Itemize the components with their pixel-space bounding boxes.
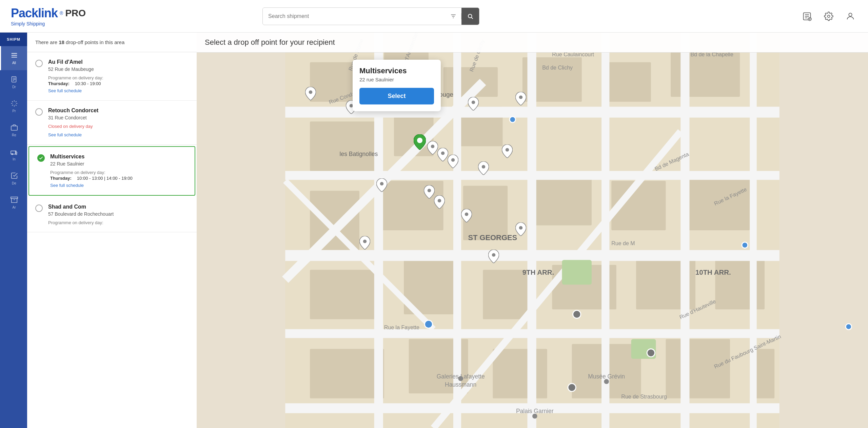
- svg-point-112: [380, 182, 383, 185]
- svg-rect-51: [493, 349, 547, 398]
- radio-multiservices[interactable]: [37, 154, 45, 162]
- radio-shad[interactable]: [35, 205, 43, 212]
- svg-point-103: [309, 90, 312, 94]
- sidebar-item-processing-label: Pr: [13, 109, 16, 113]
- dropoff-item-retouch[interactable]: Retouch Condorcet 31 Rue Condorcet Close…: [27, 101, 197, 145]
- sidebar-item-archived-label: Ar: [13, 206, 16, 209]
- dropoff-hours-au-fil: 10:30 - 19:00: [75, 81, 101, 86]
- user-button[interactable]: [844, 9, 857, 23]
- map-pin-9[interactable]: [502, 144, 513, 159]
- dropoff-name-au-fil: Au Fil d'Amel: [48, 59, 189, 65]
- svg-point-78: [458, 376, 463, 381]
- svg-rect-37: [310, 191, 359, 250]
- svg-point-108: [441, 151, 445, 155]
- dropoff-schedule-label-au-fil: Programme on delivery day:: [48, 75, 189, 80]
- dropoff-address-multiservices: 22 Rue Saulnier: [50, 161, 186, 167]
- popup-name: Multiservices: [359, 66, 434, 75]
- radio-retouch[interactable]: [35, 108, 43, 116]
- svg-point-12: [827, 15, 830, 17]
- svg-point-105: [472, 100, 475, 104]
- sidebar-item-delivered[interactable]: De: [0, 167, 27, 191]
- map-pin-5[interactable]: [427, 141, 438, 156]
- map-pin-12[interactable]: [434, 195, 445, 210]
- svg-text:Musée Grévin: Musée Grévin: [588, 373, 625, 380]
- map-pin-1[interactable]: [305, 87, 316, 102]
- search-bar: [262, 7, 479, 25]
- svg-point-114: [438, 199, 441, 202]
- svg-point-80: [532, 414, 537, 419]
- sidebar-item-drafts[interactable]: Dr: [0, 70, 27, 94]
- svg-point-97: [425, 320, 432, 328]
- dropoff-name-retouch: Retouch Condorcet: [48, 108, 189, 114]
- svg-rect-65: [750, 33, 756, 428]
- dropoff-day-au-fil: Thursday:: [48, 81, 70, 86]
- search-input[interactable]: [263, 13, 446, 19]
- svg-point-118: [492, 253, 495, 256]
- popup-address: 22 rue Saulnier: [359, 77, 434, 82]
- map-pin-6[interactable]: [437, 148, 448, 163]
- sidebar-item-archived[interactable]: Ar: [0, 191, 27, 215]
- svg-text:Rue de M: Rue de M: [611, 240, 635, 246]
- popup-select-button[interactable]: Select: [359, 88, 434, 104]
- see-schedule-multiservices[interactable]: See full schedule: [50, 183, 84, 188]
- map-pin-7[interactable]: [448, 155, 458, 170]
- map-pin-13[interactable]: [461, 209, 472, 224]
- map-pin-8[interactable]: [478, 161, 489, 176]
- svg-point-3: [468, 14, 472, 18]
- sidebar-item-transit[interactable]: In: [0, 142, 27, 167]
- sidebar-item-processing[interactable]: Pr: [0, 94, 27, 118]
- documents-button[interactable]: [800, 9, 814, 23]
- dropoff-day-multiservices: Thursday:: [50, 176, 72, 181]
- svg-rect-45: [483, 270, 532, 319]
- svg-point-106: [519, 95, 522, 99]
- dropoff-schedule-label-shad: Programme on delivery day:: [48, 220, 189, 225]
- dropoff-name-shad: Shad and Com: [48, 204, 189, 210]
- svg-point-100: [647, 349, 655, 357]
- search-filter-button[interactable]: [446, 13, 461, 19]
- svg-rect-21: [11, 126, 17, 130]
- svg-point-96: [742, 242, 748, 248]
- dropoff-suffix: drop-off points in this area: [66, 39, 124, 45]
- dropoff-list-panel: There are 18 drop-off points in this are…: [27, 33, 197, 428]
- see-schedule-au-fil[interactable]: See full schedule: [48, 88, 82, 93]
- map-pin-14[interactable]: [515, 222, 526, 237]
- svg-point-95: [510, 117, 515, 122]
- map-title: Select a drop off point for your recipie…: [205, 38, 335, 46]
- dropoff-item-multiservices[interactable]: Multiservices 22 Rue Saulnier Programme …: [28, 146, 195, 196]
- dropoff-info-multiservices: Multiservices 22 Rue Saulnier Programme …: [50, 154, 186, 188]
- svg-text:Palais Garnier: Palais Garnier: [516, 408, 554, 414]
- svg-point-99: [568, 384, 576, 391]
- map-pin-16[interactable]: [488, 250, 499, 265]
- see-schedule-retouch[interactable]: See full schedule: [48, 132, 82, 137]
- dropoff-schedule-row-multiservices: Thursday: 10:00 - 13:00 | 14:00 - 19:00: [50, 176, 186, 181]
- svg-point-116: [519, 226, 522, 229]
- sidebar-header: SHIPM: [0, 33, 27, 46]
- settings-button[interactable]: [822, 9, 835, 23]
- sidebar-item-all[interactable]: All: [0, 46, 27, 70]
- search-submit-button[interactable]: [461, 7, 479, 25]
- map-pin-selected[interactable]: [414, 134, 426, 151]
- dropoff-item-au-fil[interactable]: Au Fil d'Amel 52 Rue de Maubeuge Program…: [27, 52, 197, 101]
- search-input-wrapper: [262, 7, 479, 25]
- svg-point-110: [482, 165, 485, 168]
- map-pin-3[interactable]: [468, 97, 479, 112]
- svg-rect-66: [562, 260, 591, 285]
- sidebar-item-ready[interactable]: Re: [0, 118, 27, 142]
- dropoff-item-shad[interactable]: Shad and Com 57 Boulevard de Rochechouar…: [27, 197, 197, 232]
- svg-rect-64: [680, 33, 689, 428]
- svg-point-75: [604, 379, 609, 384]
- map-pin-4[interactable]: [515, 92, 526, 107]
- svg-point-107: [431, 144, 434, 148]
- map-pin-10[interactable]: [376, 178, 387, 193]
- map-pin-11[interactable]: [424, 185, 435, 200]
- map-pin-15[interactable]: [359, 236, 370, 251]
- dropoff-closed-retouch: Closed on delivery day: [48, 124, 189, 129]
- radio-au-fil[interactable]: [35, 60, 43, 67]
- svg-text:9TH ARR.: 9TH ARR.: [522, 269, 554, 276]
- map-area: Select a drop off point for your recipie…: [197, 33, 868, 428]
- svg-text:ST GEORGES: ST GEORGES: [468, 233, 517, 242]
- svg-rect-31: [310, 121, 379, 171]
- svg-rect-48: [715, 255, 765, 309]
- svg-text:les Batignolles: les Batignolles: [340, 151, 378, 157]
- dropoff-schedule-row-au-fil: Thursday: 10:30 - 19:00: [48, 81, 189, 86]
